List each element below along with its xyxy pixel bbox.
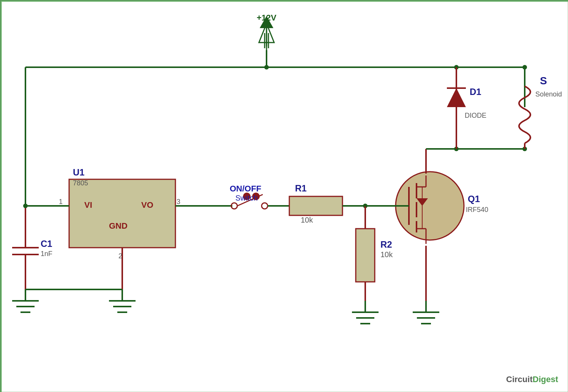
svg-rect-45 (356, 229, 375, 282)
u1-vo-label: VO (141, 200, 153, 210)
u1-pin1: 1 (59, 198, 63, 205)
u1-vi-label: VI (84, 200, 92, 210)
svg-rect-16 (69, 179, 175, 248)
c1-ref: C1 (41, 239, 52, 249)
solenoid-model: Solenoid (535, 90, 562, 98)
d1-ref: D1 (470, 87, 481, 97)
brand-circuit: Circuit (506, 375, 533, 384)
q1-ref: Q1 (468, 194, 480, 204)
switch-label: ON/OFF (230, 184, 261, 193)
u1-ref: U1 (73, 167, 85, 177)
circuit-diagram: +12V VI VO GND U1 7805 (0, 0, 568, 392)
brand-watermark: CircuitDigest (506, 375, 558, 384)
switch-sublabel: Switch (235, 194, 258, 202)
svg-point-11 (264, 65, 269, 70)
solenoid-ref: S (540, 75, 547, 87)
u1-pin3: 3 (177, 198, 180, 205)
q1-model: IRF540 (466, 206, 488, 213)
u1-pin2: 2 (118, 252, 122, 260)
r1-value: 10k (301, 216, 313, 224)
d1-model: DIODE (465, 112, 486, 119)
r2-ref: R2 (380, 239, 392, 250)
c1-value: 1nF (41, 250, 52, 258)
brand-digest: Digest (533, 375, 558, 384)
r1-ref: R1 (295, 183, 307, 193)
u1-gnd-label: GND (109, 221, 128, 231)
u1-model: 7805 (73, 179, 88, 187)
svg-rect-41 (289, 196, 342, 215)
r2-value: 10k (380, 250, 393, 259)
svg-point-33 (23, 204, 28, 208)
